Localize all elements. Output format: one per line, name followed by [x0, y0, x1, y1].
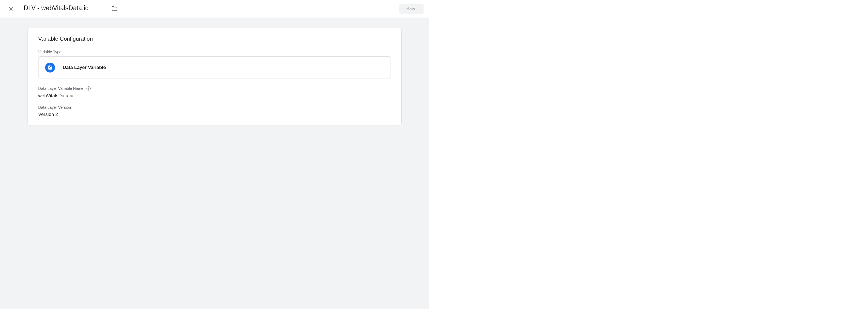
- dlv-name-field: Data Layer Variable Name webVitalsData.i…: [38, 86, 391, 99]
- right-blank-panel: [429, 0, 868, 309]
- save-button[interactable]: Save: [399, 4, 424, 14]
- dlv-version-label: Data Layer Version: [38, 105, 71, 110]
- dlv-name-label: Data Layer Variable Name: [38, 86, 83, 91]
- variable-type-icon-badge: [45, 63, 55, 72]
- editor-header: Save: [0, 0, 429, 18]
- dlv-name-value: webVitalsData.id: [38, 93, 391, 99]
- main-content: Variable Configuration Variable Type Dat…: [0, 18, 429, 309]
- document-icon: [48, 65, 53, 70]
- close-icon: [8, 6, 14, 12]
- folder-icon: [111, 5, 118, 12]
- close-button[interactable]: [5, 3, 17, 14]
- dlv-version-field: Data Layer Version Version 2: [38, 105, 391, 117]
- variable-type-label: Variable Type: [38, 50, 391, 54]
- card-title: Variable Configuration: [38, 36, 391, 42]
- dlv-version-value: Version 2: [38, 112, 391, 117]
- variable-name-input[interactable]: [23, 3, 105, 14]
- help-icon: [86, 86, 91, 91]
- variable-configuration-card: Variable Configuration Variable Type Dat…: [28, 28, 402, 126]
- folder-button[interactable]: [111, 5, 118, 12]
- dlv-name-help-button[interactable]: [86, 86, 91, 91]
- variable-type-selector[interactable]: Data Layer Variable: [38, 56, 391, 79]
- variable-type-name: Data Layer Variable: [63, 65, 106, 70]
